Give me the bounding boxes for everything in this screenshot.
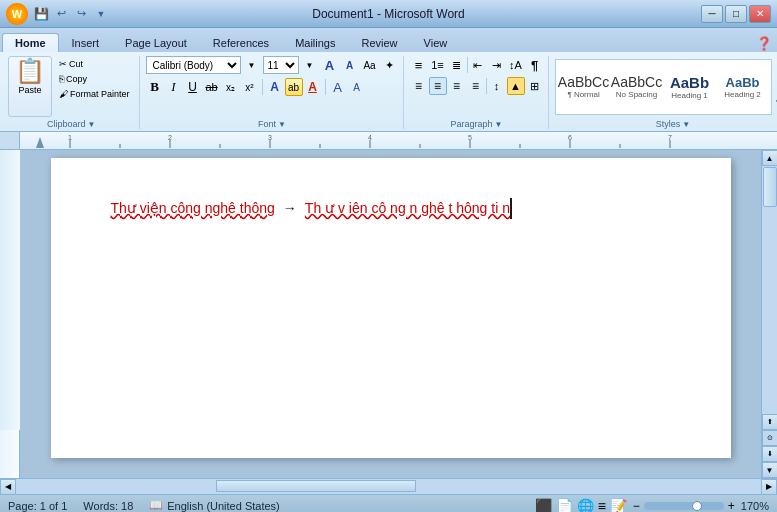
scroll-down-button[interactable]: ▼ xyxy=(762,462,778,478)
line-spacing-button[interactable]: ↕ xyxy=(488,77,506,95)
ruler-corner xyxy=(0,132,20,150)
increase-indent-button[interactable]: ⇥ xyxy=(488,56,506,74)
save-button[interactable]: 💾 xyxy=(32,5,50,23)
tab-view[interactable]: View xyxy=(411,33,461,52)
ribbon-body: 📋 Paste ✂ Cut ⎘ Copy 🖌 Format Painter xyxy=(0,52,777,132)
border-button[interactable]: ⊞ xyxy=(526,77,544,95)
font-name-dropdown[interactable]: ▼ xyxy=(243,56,261,74)
increase-font-button[interactable]: A xyxy=(321,56,339,74)
italic-button[interactable]: I xyxy=(165,78,183,96)
clipboard-label: Clipboard ▼ xyxy=(8,117,135,129)
style-normal[interactable]: AaBbCc ¶ Normal xyxy=(558,62,610,112)
full-reading-icon[interactable]: 📄 xyxy=(556,498,573,513)
hscroll-right-button[interactable]: ▶ xyxy=(761,479,777,495)
style-nospacing-label: No Spacing xyxy=(616,90,657,99)
draft-view-icon[interactable]: 📝 xyxy=(610,498,627,513)
numbering-button[interactable]: 1≡ xyxy=(429,56,447,74)
customize-quick-access[interactable]: ▼ xyxy=(92,5,110,23)
font-expand-icon[interactable]: ▼ xyxy=(278,120,286,129)
sort-button[interactable]: ↕A xyxy=(507,56,525,74)
font-size-dropdown[interactable]: ▼ xyxy=(301,56,319,74)
document-page[interactable]: Thư viện công nghê thông → Th ư v iên cô… xyxy=(51,158,731,458)
print-layout-icon[interactable]: ⬛ xyxy=(535,498,552,513)
document-content[interactable]: Thư viện công nghê thông → Th ư v iên cô… xyxy=(111,198,671,219)
style-heading1[interactable]: AaBb Heading 1 xyxy=(664,62,716,112)
tab-mailings[interactable]: Mailings xyxy=(282,33,348,52)
styles-label: Paragraph Styles ▼ xyxy=(555,117,777,129)
font-color-button[interactable]: A xyxy=(304,78,322,96)
styles-scroll-down[interactable]: ▼ xyxy=(774,79,777,95)
tab-review[interactable]: Review xyxy=(348,33,410,52)
web-layout-icon[interactable]: 🌐 xyxy=(577,498,594,513)
multilevel-button[interactable]: ≣ xyxy=(448,56,466,74)
tab-references[interactable]: References xyxy=(200,33,282,52)
font-label: Font ▼ xyxy=(146,117,399,129)
strikethrough-button[interactable]: ab xyxy=(203,78,221,96)
scissors-icon: ✂ xyxy=(59,59,67,69)
text-effects-button[interactable]: A xyxy=(266,78,284,96)
paragraph-expand-icon[interactable]: ▼ xyxy=(495,120,503,129)
styles-more[interactable]: ▼▼ xyxy=(774,95,777,111)
subscript-button[interactable]: x₂ xyxy=(222,78,240,96)
hscroll-track[interactable] xyxy=(16,479,761,494)
prev-page-button[interactable]: ⬆ xyxy=(762,414,778,430)
zoom-slider[interactable] xyxy=(644,502,724,510)
scroll-track[interactable] xyxy=(762,166,777,414)
bullets-button[interactable]: ≡ xyxy=(410,56,428,74)
underline-button[interactable]: U xyxy=(184,78,202,96)
change-case-button[interactable]: Aa xyxy=(361,56,379,74)
tab-insert[interactable]: Insert xyxy=(59,33,113,52)
style-heading2[interactable]: AaBb Heading 2 xyxy=(717,62,769,112)
bold-button[interactable]: B xyxy=(146,78,164,96)
styles-scroll-up[interactable]: ▲ xyxy=(774,63,777,79)
decrease-font-button[interactable]: A xyxy=(341,56,359,74)
zoom-level[interactable]: 170% xyxy=(741,500,769,512)
text-highlight-button[interactable]: ab xyxy=(285,78,303,96)
zoom-in-icon[interactable]: + xyxy=(728,499,735,513)
copy-button[interactable]: ⎘ Copy xyxy=(55,72,134,86)
document-text-line: Thư viện công nghê thông → Th ư v iên cô… xyxy=(111,198,671,219)
align-center-button[interactable]: ≡ xyxy=(429,77,447,95)
close-button[interactable]: ✕ xyxy=(749,5,771,23)
tab-home[interactable]: Home xyxy=(2,33,59,52)
tab-page-layout[interactable]: Page Layout xyxy=(112,33,200,52)
hscroll-left-button[interactable]: ◀ xyxy=(0,479,16,495)
help-button[interactable]: ❓ xyxy=(755,34,773,52)
shading-button[interactable]: ▲ xyxy=(507,77,525,95)
font-name-select[interactable]: Calibri (Body) xyxy=(146,56,241,74)
styles-scroll: ▲ ▼ ▼▼ xyxy=(774,63,777,111)
document-scroll-area[interactable]: Thư viện công nghê thông → Th ư v iên cô… xyxy=(20,150,761,478)
cut-button[interactable]: ✂ Cut xyxy=(55,57,134,71)
page-info: Page: 1 of 1 xyxy=(8,500,67,512)
minimize-button[interactable]: ─ xyxy=(701,5,723,23)
clipboard-expand-icon[interactable]: ▼ xyxy=(88,120,96,129)
superscript-button[interactable]: x² xyxy=(241,78,259,96)
select-browse-button[interactable]: ⊙ xyxy=(762,430,778,446)
paste-button[interactable]: 📋 Paste xyxy=(8,56,52,117)
align-right-button[interactable]: ≡ xyxy=(448,77,466,95)
grow-font-button[interactable]: A xyxy=(329,78,347,96)
scroll-thumb[interactable] xyxy=(763,167,777,207)
styles-expand-icon[interactable]: ▼ xyxy=(682,120,690,129)
next-page-button[interactable]: ⬇ xyxy=(762,446,778,462)
undo-button[interactable]: ↩ xyxy=(52,5,70,23)
font-size-select[interactable]: 11 xyxy=(263,56,299,74)
hscroll-thumb[interactable] xyxy=(216,480,416,492)
scroll-up-button[interactable]: ▲ xyxy=(762,150,778,166)
zoom-out-icon[interactable]: − xyxy=(633,499,640,513)
format-painter-button[interactable]: 🖌 Format Painter xyxy=(55,87,134,101)
maximize-button[interactable]: □ xyxy=(725,5,747,23)
styles-group: AaBbCc ¶ Normal AaBbCc No Spacing AaBb H… xyxy=(551,56,777,129)
align-left-button[interactable]: ≡ xyxy=(410,77,428,95)
style-h2-preview: AaBb xyxy=(726,75,760,90)
style-no-spacing[interactable]: AaBbCc No Spacing xyxy=(611,62,663,112)
zoom-thumb[interactable] xyxy=(692,501,702,511)
shrink-font-button[interactable]: A xyxy=(348,78,366,96)
outline-view-icon[interactable]: ≡ xyxy=(598,498,606,513)
justify-button[interactable]: ≡ xyxy=(467,77,485,95)
decrease-indent-button[interactable]: ⇤ xyxy=(469,56,487,74)
office-logo: W xyxy=(6,3,28,25)
clear-formatting-button[interactable]: ✦ xyxy=(381,56,399,74)
show-formatting-button[interactable]: ¶ xyxy=(526,56,544,74)
redo-button[interactable]: ↪ xyxy=(72,5,90,23)
